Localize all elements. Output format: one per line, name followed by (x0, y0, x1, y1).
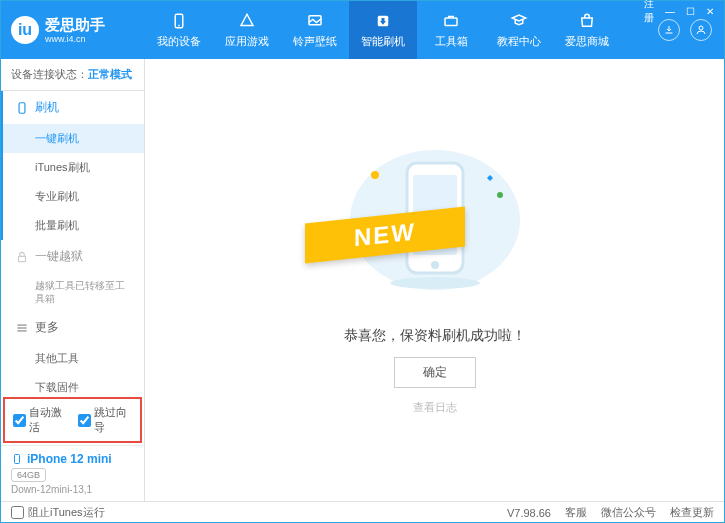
maximize-icon[interactable]: ☐ (684, 5, 696, 17)
nav-my-device[interactable]: 我的设备 (145, 1, 213, 59)
ok-button[interactable]: 确定 (394, 357, 476, 388)
view-log-link[interactable]: 查看日志 (413, 400, 457, 415)
svg-point-5 (699, 26, 703, 30)
sidebar-item-oneclick[interactable]: 一键刷机 (3, 124, 144, 153)
svg-point-18 (390, 277, 480, 289)
section-jailbreak[interactable]: 一键越狱 (3, 240, 144, 273)
nav-toolbox[interactable]: 工具箱 (417, 1, 485, 59)
nav-apps[interactable]: 应用游戏 (213, 1, 281, 59)
logo-area[interactable]: iu 爱思助手 www.i4.cn (1, 16, 145, 45)
close-icon[interactable]: ✕ (704, 5, 716, 17)
user-icon (695, 24, 707, 36)
store-icon (578, 12, 596, 30)
nav-tutorials[interactable]: 教程中心 (485, 1, 553, 59)
main-panel: NEW 恭喜您，保资料刷机成功啦！ 确定 查看日志 (145, 59, 724, 501)
sidebar-item-itunes[interactable]: iTunes刷机 (3, 153, 144, 182)
lock-icon (15, 250, 29, 264)
phone-small-icon (15, 101, 29, 115)
svg-rect-7 (19, 256, 26, 261)
menu-icon (15, 321, 29, 335)
device-model: Down-12mini-13,1 (11, 484, 134, 495)
sidebar: 设备连接状态：正常模式 刷机 一键刷机 iTunes刷机 专业刷机 批量刷机 (1, 59, 145, 501)
window-controls: 注 册 — ☐ ✕ (636, 1, 724, 21)
footer: 阻止iTunes运行 V7.98.66 客服 微信公众号 检查更新 (1, 501, 724, 523)
version-label: V7.98.66 (507, 507, 551, 519)
toolbox-icon (442, 12, 460, 30)
svg-rect-4 (445, 18, 457, 26)
section-flash[interactable]: 刷机 (3, 91, 144, 124)
success-message: 恭喜您，保资料刷机成功啦！ (344, 327, 526, 345)
check-skip-guide[interactable]: 跳过向导 (78, 405, 133, 435)
register-link[interactable]: 注 册 (644, 5, 656, 17)
wechat-link[interactable]: 微信公众号 (601, 505, 656, 520)
sidebar-item-pro[interactable]: 专业刷机 (3, 182, 144, 211)
sidebar-item-download[interactable]: 下载固件 (3, 373, 144, 395)
content: 设备连接状态：正常模式 刷机 一键刷机 iTunes刷机 专业刷机 批量刷机 (1, 59, 724, 501)
jailbreak-note: 越狱工具已转移至工具箱 (3, 273, 144, 311)
tutorial-icon (510, 12, 528, 30)
download-icon (663, 24, 675, 36)
logo-icon: iu (11, 16, 39, 44)
apps-icon (238, 12, 256, 30)
phone-icon (170, 12, 188, 30)
svg-point-17 (431, 261, 439, 269)
update-link[interactable]: 检查更新 (670, 505, 714, 520)
check-auto-activate[interactable]: 自动激活 (13, 405, 68, 435)
sidebar-item-batch[interactable]: 批量刷机 (3, 211, 144, 240)
wallpaper-icon (306, 12, 324, 30)
brand-name: 爱思助手 (45, 16, 105, 34)
nav-store[interactable]: 爱思商城 (553, 1, 621, 59)
success-graphic: NEW (335, 145, 535, 305)
device-phone-icon (11, 453, 23, 465)
svg-point-13 (371, 171, 379, 179)
svg-point-14 (497, 192, 503, 198)
header-actions (658, 19, 724, 41)
svg-rect-6 (19, 102, 25, 113)
user-button[interactable] (690, 19, 712, 41)
brand-url: www.i4.cn (45, 34, 105, 45)
nav-flash[interactable]: 智能刷机 (349, 1, 417, 59)
block-itunes-check[interactable]: 阻止iTunes运行 (11, 505, 105, 520)
app-window: 注 册 — ☐ ✕ iu 爱思助手 www.i4.cn 我的设备 应用游戏 铃声… (0, 0, 725, 523)
download-button[interactable] (658, 19, 680, 41)
header: iu 爱思助手 www.i4.cn 我的设备 应用游戏 铃声壁纸 智能刷机 (1, 1, 724, 59)
device-name: iPhone 12 mini (11, 452, 134, 466)
main-nav: 我的设备 应用游戏 铃声壁纸 智能刷机 工具箱 教程中心 (145, 1, 621, 59)
minimize-icon[interactable]: — (664, 5, 676, 17)
section-more[interactable]: 更多 (3, 311, 144, 344)
connection-status: 设备连接状态：正常模式 (1, 59, 144, 91)
svg-rect-11 (15, 455, 20, 464)
device-panel[interactable]: iPhone 12 mini 64GB Down-12mini-13,1 (1, 445, 144, 501)
flash-icon (374, 12, 392, 30)
device-storage: 64GB (11, 468, 46, 482)
service-link[interactable]: 客服 (565, 505, 587, 520)
sidebar-item-other[interactable]: 其他工具 (3, 344, 144, 373)
nav-ringtones[interactable]: 铃声壁纸 (281, 1, 349, 59)
options-checks: 自动激活 跳过向导 (3, 397, 142, 443)
